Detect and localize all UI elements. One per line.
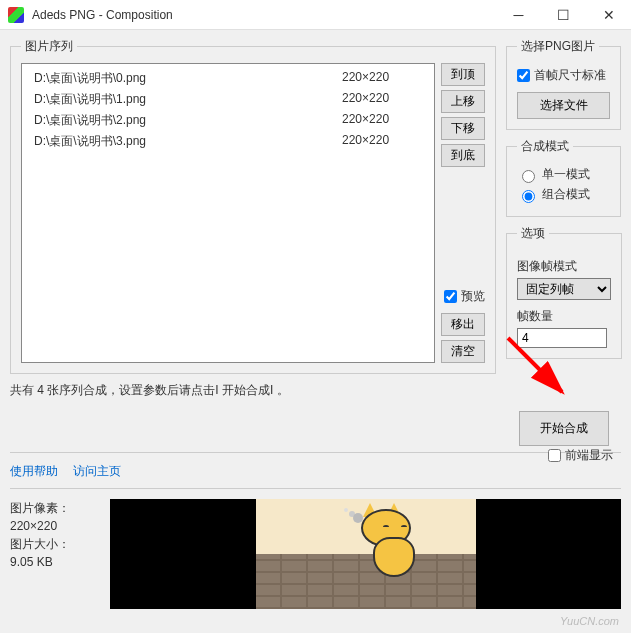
maximize-button[interactable]: ☐	[541, 0, 586, 30]
options-fieldset: 选项 图像帧模式 固定列帧 帧数量	[506, 225, 622, 359]
first-frame-std-wrap[interactable]: 首帧尺寸标准	[517, 67, 610, 84]
file-listbox[interactable]: D:\桌面\说明书\0.png 220×220 D:\桌面\说明书\1.png …	[21, 63, 435, 363]
to-bottom-button[interactable]: 到底	[441, 144, 485, 167]
help-link[interactable]: 使用帮助	[10, 464, 58, 478]
sequence-legend: 图片序列	[21, 38, 77, 55]
list-item-dim: 220×220	[342, 112, 422, 129]
foreground-checkbox-wrap[interactable]: 前端显示	[548, 447, 613, 464]
preview-label: 预览	[461, 288, 485, 305]
choose-file-button[interactable]: 选择文件	[517, 92, 610, 119]
pixels-value: 220×220	[10, 517, 100, 535]
close-button[interactable]: ✕	[586, 0, 631, 30]
list-item[interactable]: D:\桌面\说明书\2.png 220×220	[22, 110, 434, 131]
preview-checkbox[interactable]	[444, 290, 457, 303]
move-up-button[interactable]: 上移	[441, 90, 485, 113]
minimize-button[interactable]: ─	[496, 0, 541, 30]
first-frame-std-checkbox[interactable]	[517, 69, 530, 82]
title-bar: Adeds PNG - Composition ─ ☐ ✕	[0, 0, 631, 30]
frame-count-input[interactable]	[517, 328, 607, 348]
preview-strip	[110, 499, 621, 609]
list-item[interactable]: D:\桌面\说明书\1.png 220×220	[22, 89, 434, 110]
clear-button[interactable]: 清空	[441, 340, 485, 363]
pixels-label: 图片像素：	[10, 499, 100, 517]
links-row: 使用帮助 访问主页	[10, 463, 621, 480]
frame-count-label: 帧数量	[517, 308, 611, 325]
to-top-button[interactable]: 到顶	[441, 63, 485, 86]
info-column: 图片像素： 220×220 图片大小： 9.05 KB	[10, 499, 100, 609]
first-frame-std-label: 首帧尺寸标准	[534, 67, 606, 84]
watermark: YuuCN.com	[560, 615, 619, 627]
frame-mode-label: 图像帧模式	[517, 258, 611, 275]
start-compose-button[interactable]: 开始合成	[519, 411, 609, 446]
frame-mode-select[interactable]: 固定列帧	[517, 278, 611, 300]
size-label: 图片大小：	[10, 535, 100, 553]
mode-legend: 合成模式	[517, 138, 573, 155]
single-mode-wrap[interactable]: 单一模式	[517, 166, 610, 183]
list-item[interactable]: D:\桌面\说明书\3.png 220×220	[22, 131, 434, 152]
window-title: Adeds PNG - Composition	[32, 8, 496, 22]
single-mode-radio[interactable]	[522, 170, 535, 183]
list-item-dim: 220×220	[342, 91, 422, 108]
home-link[interactable]: 访问主页	[73, 464, 121, 478]
remove-button[interactable]: 移出	[441, 313, 485, 336]
summary-text: 共有 4 张序列合成，设置参数后请点击I 开始合成I 。	[10, 382, 496, 399]
list-item[interactable]: D:\桌面\说明书\0.png 220×220	[22, 68, 434, 89]
list-item-path: D:\桌面\说明书\3.png	[34, 133, 342, 150]
combo-mode-radio[interactable]	[522, 190, 535, 203]
combo-mode-label: 组合模式	[542, 186, 590, 203]
preview-image	[256, 499, 476, 609]
select-png-legend: 选择PNG图片	[517, 38, 599, 55]
combo-mode-wrap[interactable]: 组合模式	[517, 186, 610, 203]
foreground-label: 前端显示	[565, 447, 613, 464]
divider	[10, 488, 621, 489]
divider	[10, 452, 621, 453]
list-item-path: D:\桌面\说明书\2.png	[34, 112, 342, 129]
app-icon	[8, 7, 24, 23]
list-item-path: D:\桌面\说明书\0.png	[34, 70, 342, 87]
list-item-path: D:\桌面\说明书\1.png	[34, 91, 342, 108]
size-value: 9.05 KB	[10, 553, 100, 571]
list-item-dim: 220×220	[342, 133, 422, 150]
select-png-fieldset: 选择PNG图片 首帧尺寸标准 选择文件	[506, 38, 621, 130]
mode-fieldset: 合成模式 单一模式 组合模式	[506, 138, 621, 217]
preview-checkbox-wrap[interactable]: 预览	[441, 288, 485, 305]
sequence-fieldset: 图片序列 D:\桌面\说明书\0.png 220×220 D:\桌面\说明书\1…	[10, 38, 496, 374]
list-item-dim: 220×220	[342, 70, 422, 87]
move-down-button[interactable]: 下移	[441, 117, 485, 140]
options-legend: 选项	[517, 225, 549, 242]
foreground-checkbox[interactable]	[548, 449, 561, 462]
single-mode-label: 单一模式	[542, 166, 590, 183]
